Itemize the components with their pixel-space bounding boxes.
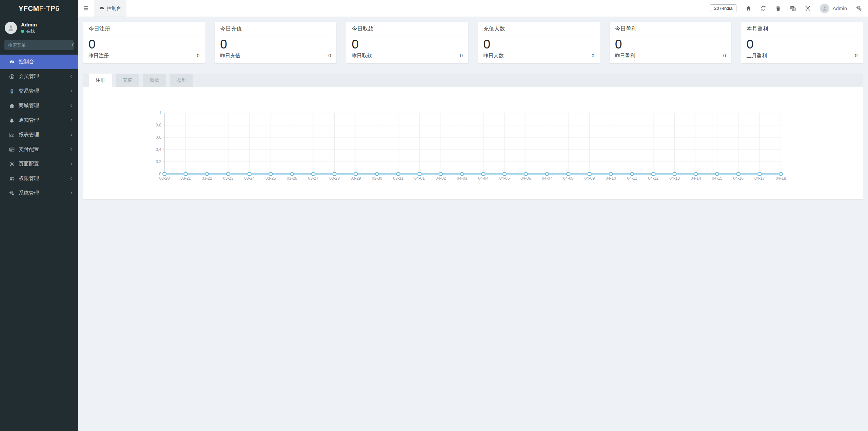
brand-logo[interactable]: YFCMF-TP6 bbox=[0, 0, 78, 17]
menu-label: 会员管理 bbox=[19, 73, 66, 80]
svg-text:03-23: 03-23 bbox=[223, 176, 234, 181]
svg-text:03-25: 03-25 bbox=[265, 176, 276, 181]
region-selector[interactable]: 207-India bbox=[710, 4, 736, 12]
svg-text:04-07: 04-07 bbox=[542, 176, 552, 181]
stat-card-recharge-today: 今日充值 0 昨日充值0 bbox=[215, 22, 336, 63]
svg-text:03-27: 03-27 bbox=[308, 176, 318, 181]
card-sub-value: 0 bbox=[460, 53, 463, 58]
card-value: 0 bbox=[747, 37, 857, 52]
translate-button[interactable]: A bbox=[790, 5, 796, 11]
chevron-left-icon bbox=[70, 75, 73, 78]
svg-text:04-14: 04-14 bbox=[691, 176, 701, 181]
topbar-user-menu[interactable]: Admin bbox=[820, 4, 847, 13]
trash-icon bbox=[775, 6, 781, 11]
svg-text:03-31: 03-31 bbox=[393, 176, 403, 181]
trash-button[interactable] bbox=[775, 6, 781, 11]
svg-text:04-15: 04-15 bbox=[712, 176, 723, 181]
card-value: 0 bbox=[220, 37, 331, 52]
tab-withdraw[interactable]: 取款 bbox=[143, 74, 166, 87]
menu-label: 商城管理 bbox=[19, 102, 66, 109]
sidebar-item-payment-config[interactable]: 支付配置 bbox=[0, 142, 78, 157]
chevron-left-icon bbox=[70, 89, 73, 93]
users-icon bbox=[8, 176, 15, 181]
sidebar-item-mall[interactable]: 商城管理 bbox=[0, 98, 78, 113]
sidebar-toggle-button[interactable] bbox=[78, 0, 94, 17]
user-avatar bbox=[820, 4, 829, 13]
svg-text:04-06: 04-06 bbox=[520, 176, 531, 181]
svg-text:03-29: 03-29 bbox=[351, 176, 361, 181]
svg-text:03-26: 03-26 bbox=[287, 176, 297, 181]
card-sub-value: 0 bbox=[592, 53, 594, 58]
user-avatar bbox=[5, 22, 17, 34]
svg-text:04-09: 04-09 bbox=[584, 176, 595, 181]
card-sub-value: 0 bbox=[197, 53, 199, 58]
fullscreen-button[interactable] bbox=[805, 5, 811, 11]
user-name: Admin bbox=[21, 21, 37, 28]
home-button[interactable] bbox=[746, 5, 751, 11]
card-title: 今日取款 bbox=[352, 25, 462, 36]
chart-panel: 注册 充值 取款 盈利 00.20.40.60.8103-2003-2103-2… bbox=[83, 74, 863, 199]
sidebar-item-permissions[interactable]: 权限管理 bbox=[0, 171, 78, 186]
svg-text:04-11: 04-11 bbox=[627, 176, 637, 181]
sidebar-item-notifications[interactable]: 通知管理 bbox=[0, 113, 78, 128]
svg-text:04-18: 04-18 bbox=[776, 176, 786, 181]
refresh-button[interactable] bbox=[761, 5, 766, 11]
breadcrumb-tab-dashboard[interactable]: 控制台 bbox=[94, 0, 126, 17]
topbar-user-name: Admin bbox=[832, 5, 847, 11]
sidebar-item-transactions[interactable]: B 交易管理 bbox=[0, 84, 78, 98]
sidebar-menu: 控制台 会员管理 B 交易管理 商城管理 通知管理 报表管理 bbox=[0, 55, 78, 200]
card-title: 充值人数 bbox=[484, 25, 594, 36]
stat-card-register-today: 今日注册 0 昨日注册0 bbox=[83, 22, 205, 63]
tab-recharge[interactable]: 充值 bbox=[116, 74, 139, 87]
stat-card-recharge-users: 充值人数 0 昨日人数0 bbox=[478, 22, 600, 63]
bitcoin-icon: B bbox=[8, 89, 15, 94]
stat-card-withdraw-today: 今日取款 0 昨日取款0 bbox=[346, 22, 468, 63]
sidebar: YFCMF-TP6 Admin 在线 控制台 会员管理 B bbox=[0, 0, 78, 431]
svg-text:04-01: 04-01 bbox=[414, 176, 425, 181]
svg-text:0.4: 0.4 bbox=[156, 147, 161, 152]
sidebar-search bbox=[4, 40, 74, 50]
chevron-left-icon bbox=[70, 162, 73, 166]
menu-label: 系统管理 bbox=[19, 190, 66, 196]
chevron-left-icon bbox=[70, 118, 73, 122]
chart-line-icon bbox=[8, 132, 15, 138]
card-title: 今日充值 bbox=[220, 25, 331, 36]
chevron-left-icon bbox=[70, 104, 73, 107]
chevron-left-icon bbox=[70, 191, 73, 195]
menu-label: 权限管理 bbox=[19, 175, 66, 182]
tachometer-icon bbox=[99, 6, 104, 11]
bell-icon bbox=[8, 118, 15, 123]
person-icon bbox=[822, 5, 828, 11]
card-sub-label: 上月盈利 bbox=[747, 53, 767, 59]
sidebar-item-reports[interactable]: 报表管理 bbox=[0, 128, 78, 142]
sidebar-item-page-config[interactable]: 页面配置 bbox=[0, 157, 78, 171]
sidebar-item-system[interactable]: 系统管理 bbox=[0, 186, 78, 200]
svg-text:04-10: 04-10 bbox=[606, 176, 616, 181]
user-status[interactable]: 在线 bbox=[21, 28, 37, 34]
topbar-actions: 207-India A Admin bbox=[710, 0, 868, 17]
main-content: 今日注册 0 昨日注册0 今日充值 0 昨日充值0 今日取款 0 昨日取款0 充… bbox=[78, 17, 868, 199]
home-icon bbox=[8, 103, 15, 109]
chevron-left-icon bbox=[70, 148, 73, 151]
card-sub-value: 0 bbox=[855, 53, 857, 58]
card-sub-value: 0 bbox=[723, 53, 726, 58]
gears-icon bbox=[856, 5, 862, 11]
sidebar-item-dashboard[interactable]: 控制台 bbox=[0, 55, 78, 69]
card-title: 本月盈利 bbox=[747, 25, 857, 36]
svg-text:04-05: 04-05 bbox=[499, 176, 510, 181]
tab-register[interactable]: 注册 bbox=[89, 74, 112, 87]
brand-logo-bold: YFCM bbox=[19, 4, 39, 13]
stat-card-profit-today: 今日盈利 0 昨日盈利0 bbox=[610, 22, 731, 63]
settings-button[interactable] bbox=[856, 5, 862, 11]
menu-label: 控制台 bbox=[19, 59, 73, 65]
topbar: 控制台 207-India A Admin bbox=[78, 0, 868, 17]
brand-logo-light: F-TP6 bbox=[39, 4, 59, 13]
tab-profit[interactable]: 盈利 bbox=[170, 74, 193, 87]
fullscreen-icon bbox=[805, 5, 811, 11]
sidebar-item-members[interactable]: 会员管理 bbox=[0, 69, 78, 84]
search-icon[interactable] bbox=[72, 40, 74, 50]
chart-panel-body: 00.20.40.60.8103-2003-2103-2203-2303-240… bbox=[83, 87, 863, 199]
breadcrumb-label: 控制台 bbox=[107, 5, 121, 12]
svg-text:B: B bbox=[10, 89, 13, 94]
menu-search-input[interactable] bbox=[4, 40, 72, 50]
